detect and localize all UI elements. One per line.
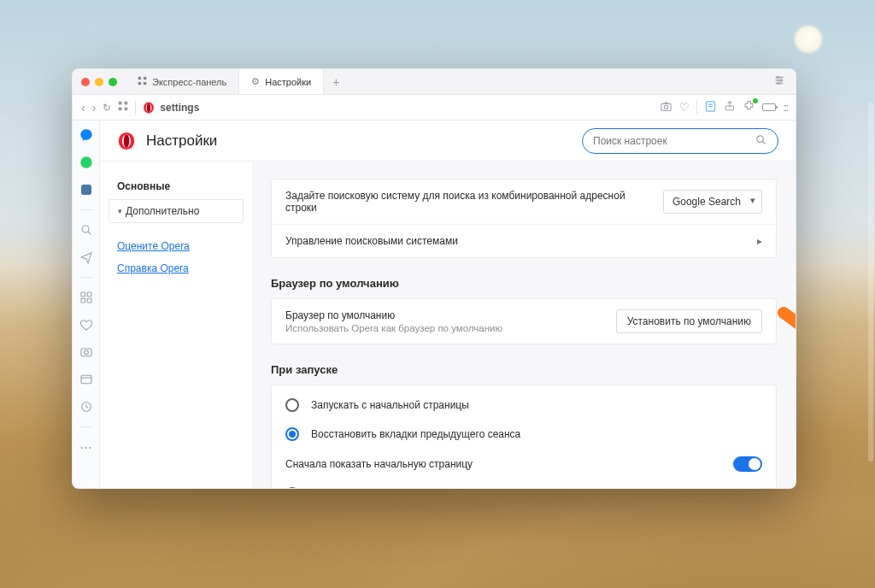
svg-rect-11: [125, 102, 128, 105]
opera-logo-icon: [117, 132, 136, 150]
heart-icon[interactable]: ♡: [679, 101, 690, 114]
svg-rect-0: [138, 77, 141, 79]
search-engine-card: Задайте поисковую систему для поиска из …: [271, 179, 777, 258]
search-input[interactable]: [593, 135, 755, 147]
radio-icon: [285, 398, 299, 412]
chevron-right-icon: ▸: [757, 235, 762, 247]
back-button[interactable]: ‹: [81, 101, 85, 115]
manage-search-engines-label: Управление поисковыми системами: [285, 235, 745, 247]
svg-rect-2: [138, 82, 141, 85]
easy-setup-icon[interactable]: [773, 74, 789, 89]
tab-label: Экспресс-панель: [152, 77, 226, 87]
forward-button[interactable]: ›: [92, 101, 97, 115]
left-rail: ⋯: [73, 121, 100, 488]
svg-rect-12: [119, 108, 122, 111]
maximize-window-button[interactable]: [109, 78, 117, 86]
separator: [696, 101, 697, 115]
radio-checked-icon: [285, 427, 299, 441]
extensions-icon[interactable]: [743, 100, 755, 115]
history-icon[interactable]: [79, 399, 94, 415]
section-search-heading: [271, 162, 777, 170]
startup-opt-start-page[interactable]: Запускать с начальной страницы: [272, 391, 776, 420]
svg-rect-31: [81, 375, 91, 383]
send-icon[interactable]: [79, 250, 94, 265]
tab-label: Настройки: [265, 77, 311, 87]
sync-icon[interactable]: [704, 100, 717, 115]
svg-rect-29: [81, 349, 91, 356]
svg-rect-3: [144, 82, 146, 85]
navbar-right: ♡ :::: [660, 100, 787, 115]
default-browser-card: Браузер по умолчанию Использовать Opera …: [271, 298, 777, 344]
make-default-button[interactable]: Установить по умолчанию: [616, 309, 762, 333]
startup-opt-restore[interactable]: Восстановить вкладки предыдущего сеанса: [272, 420, 776, 449]
svg-rect-1: [144, 77, 146, 79]
svg-point-7: [777, 76, 778, 78]
startup-card: Запускать с начальной страницы Восстанов…: [271, 385, 777, 488]
section-startup: При запуске: [271, 363, 777, 376]
settings-panel: Настройки Основные ▾ Дополнительно: [100, 121, 796, 488]
settings-search[interactable]: [582, 128, 778, 154]
bookmarks-icon[interactable]: [79, 317, 94, 332]
search-icon[interactable]: [79, 222, 94, 238]
search-engine-select[interactable]: Google Search: [663, 190, 762, 214]
svg-point-23: [82, 226, 89, 232]
sidebar-link-rate[interactable]: Оцените Opera: [109, 235, 244, 257]
sidebar-link-help[interactable]: Справка Opera: [109, 257, 244, 279]
svg-point-8: [780, 79, 782, 81]
sidebar-item-label: Дополнительно: [126, 205, 199, 217]
svg-rect-10: [119, 102, 122, 105]
section-default-browser: Браузер по умолчанию: [271, 277, 777, 290]
camera-icon[interactable]: [660, 100, 672, 115]
whatsapp-icon[interactable]: [79, 155, 94, 170]
rail-separator: [79, 426, 93, 427]
vk-icon[interactable]: [79, 182, 94, 197]
svg-point-21: [80, 156, 91, 168]
tab-speed-dial[interactable]: Экспресс-панель: [126, 69, 239, 94]
rail-separator: [79, 209, 93, 210]
svg-rect-25: [81, 292, 85, 297]
toggle-label: Сначала показать начальную страницу: [285, 458, 721, 470]
tab-settings[interactable]: ⚙ Настройки: [239, 69, 324, 94]
svg-point-16: [147, 103, 150, 112]
startup-show-startpage-first: Сначала показать начальную страницу: [272, 449, 776, 479]
default-browser-row: Браузер по умолчанию Использовать Opera …: [272, 299, 776, 344]
messenger-icon[interactable]: [79, 127, 94, 143]
sidebar-section-advanced[interactable]: ▾ Дополнительно: [109, 199, 244, 223]
svg-rect-13: [125, 108, 128, 111]
reload-button[interactable]: ↻: [103, 102, 111, 114]
menu-icon[interactable]: :::: [783, 101, 787, 114]
manage-search-engines-row[interactable]: Управление поисковыми системами ▸: [272, 225, 776, 257]
startup-opt-specific[interactable]: Открыть определенную страницу или нескол…: [272, 479, 776, 488]
svg-point-18: [664, 105, 667, 109]
gear-icon: ⚙: [251, 76, 260, 87]
svg-point-9: [778, 82, 779, 84]
downloads-icon[interactable]: [79, 372, 94, 387]
window-controls: [81, 78, 117, 86]
new-tab-button[interactable]: +: [324, 75, 348, 89]
page-scrollbar[interactable]: [868, 103, 873, 462]
address-text: settings: [160, 102, 199, 114]
address-bar[interactable]: settings: [143, 102, 653, 114]
radio-label: Запускать с начальной страницы: [311, 399, 469, 411]
svg-point-35: [124, 134, 130, 148]
snapshot-icon[interactable]: [79, 344, 94, 360]
svg-rect-28: [87, 298, 91, 303]
share-icon[interactable]: [724, 100, 736, 115]
svg-point-30: [84, 350, 88, 355]
svg-point-36: [757, 135, 764, 142]
toggle-switch[interactable]: [733, 456, 762, 472]
speed-dial-button[interactable]: [118, 101, 128, 114]
news-icon[interactable]: [79, 290, 94, 305]
page-title: Настройки: [146, 132, 217, 150]
settings-sidebar: Основные ▾ Дополнительно Оцените Opera С…: [100, 162, 252, 488]
settings-main: Задайте поисковую систему для поиска из …: [252, 162, 796, 488]
radio-label: Восстановить вкладки предыдущего сеанса: [311, 428, 520, 440]
rail-more-icon[interactable]: ⋯: [79, 439, 92, 455]
chevron-down-icon: ▾: [118, 207, 122, 215]
battery-icon[interactable]: [762, 101, 776, 114]
opera-icon: [143, 102, 155, 114]
minimize-window-button[interactable]: [95, 78, 103, 86]
settings-body: Основные ▾ Дополнительно Оцените Opera С…: [100, 162, 796, 488]
close-window-button[interactable]: [81, 78, 90, 86]
sidebar-section-basic[interactable]: Основные: [109, 173, 244, 199]
